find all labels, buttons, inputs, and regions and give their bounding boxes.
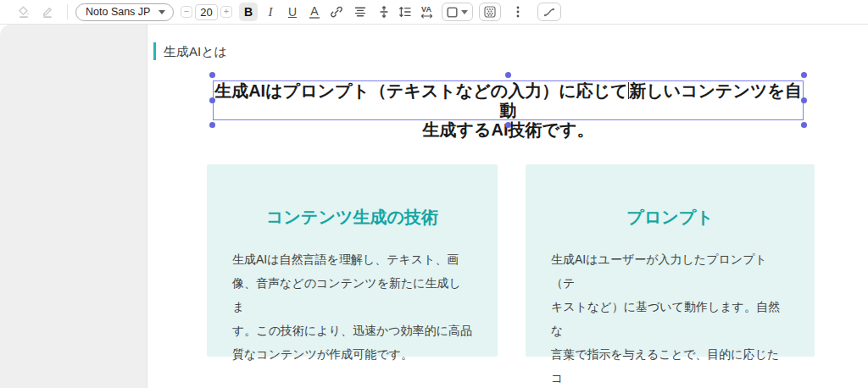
vertical-align-button[interactable] — [375, 3, 393, 21]
font-size-stepper: − 20 + — [181, 4, 232, 20]
bold-button[interactable]: B — [239, 3, 258, 21]
selection-handle[interactable] — [209, 72, 215, 78]
card-body[interactable]: 生成AIは自然言語を理解し、テキスト、画 像、音声などのコンテンツを新たに生成し… — [232, 247, 472, 366]
stroke-color-button[interactable] — [37, 2, 58, 22]
link-icon — [330, 5, 343, 19]
selection-handle[interactable] — [505, 122, 511, 128]
connector-button[interactable] — [537, 3, 561, 21]
letter-spacing-button[interactable]: VA — [417, 3, 436, 21]
selection-handle[interactable] — [505, 72, 511, 78]
increase-font-size-button[interactable]: + — [220, 6, 232, 18]
selection-handle[interactable] — [209, 97, 215, 103]
line-spacing-icon — [398, 5, 412, 19]
align-center-icon — [353, 5, 367, 19]
border-style-button[interactable] — [442, 3, 473, 21]
connector-curve-icon — [542, 7, 556, 18]
chevron-down-icon — [159, 10, 165, 14]
font-family-value: Noto Sans JP — [86, 6, 150, 18]
letter-spacing-icon: VA — [420, 6, 433, 19]
more-options-button[interactable] — [509, 3, 527, 21]
card-title[interactable]: プロンプト — [526, 207, 815, 227]
paint-bucket-icon — [17, 5, 31, 19]
info-card-content-generation[interactable]: コンテンツ生成の技術 生成AIは自然言語を理解し、テキスト、画 像、音声などのコ… — [207, 164, 498, 357]
card-title[interactable]: コンテンツ生成の技術 — [207, 207, 498, 227]
decrease-font-size-button[interactable]: − — [181, 6, 192, 18]
text-color-icon: A — [309, 6, 320, 19]
pen-icon — [41, 5, 54, 19]
selection-handle[interactable] — [209, 122, 215, 128]
border-box-icon — [447, 7, 458, 18]
text-color-button[interactable]: A — [305, 3, 324, 21]
left-side-panel — [0, 25, 147, 388]
line-spacing-button[interactable] — [396, 3, 415, 21]
link-button[interactable] — [327, 3, 346, 21]
kebab-menu-icon — [516, 5, 520, 19]
formatting-toolbar: Noto Sans JP − 20 + B I U A — [0, 0, 868, 25]
italic-button[interactable]: I — [261, 3, 280, 21]
underline-button[interactable]: U — [283, 3, 302, 21]
text-align-button[interactable] — [351, 3, 370, 21]
section-heading[interactable]: 生成AIとは — [153, 42, 227, 60]
fill-color-button[interactable] — [14, 2, 34, 22]
font-family-select[interactable]: Noto Sans JP — [75, 3, 174, 21]
selection-handle[interactable] — [801, 72, 807, 78]
section-title: 生成AIとは — [164, 42, 227, 60]
font-size-value[interactable]: 20 — [195, 4, 218, 20]
selected-text-line1-before: 生成AIはプロンプト（テキストなどの入力）に応じて — [214, 81, 628, 100]
selection-handle[interactable] — [801, 122, 807, 128]
vertical-align-icon — [377, 5, 391, 19]
pattern-icon — [484, 6, 496, 18]
toolbar-divider — [67, 4, 68, 19]
card-body[interactable]: 生成AIはユーザーが入力したプロンプト（テ キストなど）に基づいて動作します。自… — [551, 247, 789, 388]
selected-text-block[interactable]: 生成AIはプロンプト（テキストなどの入力）に応じて新しいコンテンツを自動 生成す… — [213, 80, 804, 120]
fill-pattern-button[interactable] — [479, 3, 501, 21]
chevron-down-icon — [461, 10, 468, 14]
heading-accent-bar — [153, 42, 156, 60]
selection-handle[interactable] — [801, 97, 807, 103]
info-card-prompt[interactable]: プロンプト 生成AIはユーザーが入力したプロンプト（テ キストなど）に基づいて動… — [526, 164, 815, 357]
